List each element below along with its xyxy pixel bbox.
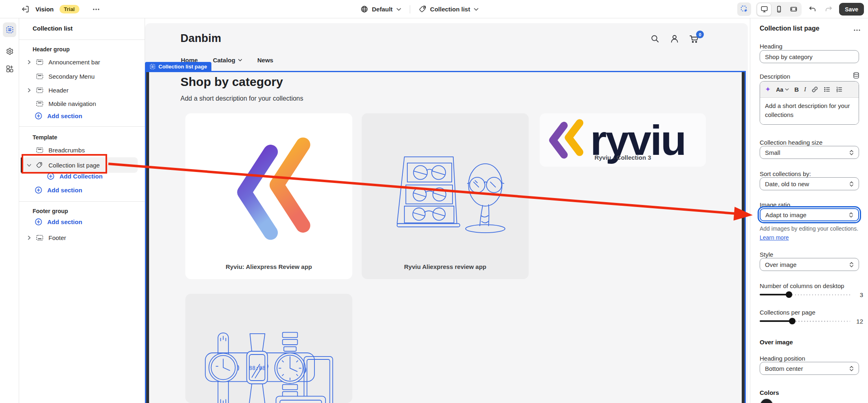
nav-catalog[interactable]: Catalog xyxy=(213,57,242,64)
slider-thumb[interactable] xyxy=(786,291,792,298)
add-section-label: Add section xyxy=(47,187,82,194)
description-editor: ✦ Aa B I Add a short description for you… xyxy=(760,81,859,125)
inspect-toggle-button[interactable] xyxy=(737,2,751,16)
numbered-list-icon xyxy=(836,86,843,93)
panel-title: Collection list page xyxy=(760,25,820,32)
page-selector[interactable]: Collection list xyxy=(419,5,479,13)
panel-more-button[interactable] xyxy=(853,26,861,34)
sidebar-item-label: Breadcrumbs xyxy=(48,147,85,154)
description-textarea[interactable]: Add a short description for your collect… xyxy=(760,98,859,124)
section-tag[interactable]: Collection list page xyxy=(145,62,211,71)
bold-button[interactable]: B xyxy=(794,86,799,93)
add-section-label: Add section xyxy=(47,218,82,225)
ryviu-logo-graphic xyxy=(222,132,316,246)
topbar-divider xyxy=(410,5,410,13)
section-icon xyxy=(36,146,44,154)
stepper-icon xyxy=(849,262,854,268)
bullet-list-button[interactable] xyxy=(824,86,831,93)
sidebar-item-mobile-navigation[interactable]: Mobile navigation xyxy=(23,97,137,110)
collection-card-2[interactable]: Ryviu Aliexpress review app xyxy=(362,113,529,279)
collection-card-1[interactable]: Ryviu: Aliexpress Review app xyxy=(185,113,352,279)
learn-more-link[interactable]: Learn more xyxy=(760,234,789,241)
section-tag-icon xyxy=(149,64,156,70)
sort-collections-select[interactable]: Date, old to new xyxy=(760,177,859,190)
color-swatch[interactable] xyxy=(760,398,774,403)
add-section-button-template[interactable]: Add section xyxy=(35,186,82,194)
over-image-heading: Over image xyxy=(760,339,793,346)
chevron-down-icon[interactable] xyxy=(26,163,32,168)
slider-thumb[interactable] xyxy=(789,318,795,324)
rail-settings-button[interactable] xyxy=(3,44,16,59)
digital-watch-display: 88:88 xyxy=(249,365,266,371)
cart-count-badge: 0 xyxy=(696,31,704,38)
account-icon[interactable] xyxy=(670,34,679,44)
link-button[interactable] xyxy=(811,86,818,93)
collection-card-3[interactable]: ryviu Ryviu - Collection 3 xyxy=(540,113,706,167)
rail-sections-button[interactable] xyxy=(3,22,16,37)
rail-apps-button[interactable] xyxy=(3,62,16,76)
select-value: Small xyxy=(765,149,780,156)
sidebar-item-footer[interactable]: Footer xyxy=(23,231,137,244)
desktop-preview-button[interactable] xyxy=(757,3,771,16)
collection-card-4[interactable]: 88:88 xyxy=(185,294,352,403)
sidebar-item-secondary-menu[interactable]: Secondary Menu xyxy=(23,69,137,83)
chevron-right-icon[interactable] xyxy=(26,235,32,240)
sidebar-item-header[interactable]: Header xyxy=(23,83,137,97)
numbered-list-button[interactable] xyxy=(836,86,843,93)
page-edge-bar-right xyxy=(742,72,745,403)
columns-slider[interactable] xyxy=(760,291,859,298)
nav-news[interactable]: News xyxy=(257,57,273,64)
undo-button[interactable] xyxy=(806,4,818,15)
collection-heading-size-select[interactable]: Small xyxy=(760,146,859,159)
sidebar-item-announcement-bar[interactable]: Announcement bar xyxy=(23,55,137,69)
sidebar-item-collection-list-page[interactable]: Collection list page xyxy=(23,157,138,173)
trial-badge: Trial xyxy=(59,5,79,13)
save-button[interactable]: Save xyxy=(839,3,864,15)
gear-icon xyxy=(6,47,14,55)
per-page-label: Collections per page xyxy=(760,309,815,316)
style-select[interactable]: Over image xyxy=(760,258,859,271)
database-icon xyxy=(853,72,860,79)
mobile-preview-button[interactable] xyxy=(771,3,786,16)
chevron-right-icon[interactable] xyxy=(26,88,32,93)
plus-circle-icon xyxy=(35,218,42,226)
stepper-icon xyxy=(849,150,854,156)
page-edge-bar-left xyxy=(146,72,149,403)
per-page-slider[interactable] xyxy=(760,318,859,324)
add-section-button-footer[interactable]: Add section xyxy=(35,218,82,226)
sidebar-item-label: Header xyxy=(48,87,68,94)
sections-icon xyxy=(6,26,14,34)
settings-panel: Collection list page Heading Description… xyxy=(750,18,868,403)
search-icon[interactable] xyxy=(650,34,660,44)
divider xyxy=(19,201,145,202)
text-style-button[interactable]: Aa xyxy=(776,86,789,93)
cart-button[interactable]: 0 xyxy=(689,34,700,44)
link-icon xyxy=(811,86,818,93)
dynamic-source-button[interactable] xyxy=(853,72,860,79)
sidebar-item-breadcrumbs[interactable]: Breadcrumbs xyxy=(23,143,137,157)
add-section-button-header[interactable]: Add section xyxy=(35,112,82,120)
footer-section-icon xyxy=(36,234,44,242)
italic-button[interactable]: I xyxy=(804,86,806,93)
columns-label: Number of columns on desktop xyxy=(760,282,844,289)
add-collection-button[interactable]: Add Collection xyxy=(47,172,103,180)
ellipsis-icon xyxy=(92,6,100,13)
chevron-down-icon xyxy=(396,8,401,11)
footer-group-label: Footer group xyxy=(33,208,68,214)
fullwidth-preview-button[interactable] xyxy=(786,3,801,16)
topbar-more-button[interactable] xyxy=(92,6,100,13)
richtext-toolbar: ✦ Aa B I xyxy=(760,81,859,98)
ai-sparkle-button[interactable]: ✦ xyxy=(765,86,771,93)
columns-value: 3 xyxy=(860,291,863,298)
image-ratio-select[interactable]: Adapt to image xyxy=(760,208,859,221)
heading-position-select[interactable]: Bottom center xyxy=(760,362,859,375)
chevron-right-icon[interactable] xyxy=(26,59,32,65)
sidebar-item-label: Announcement bar xyxy=(48,59,100,66)
locale-selector[interactable]: Default xyxy=(360,5,401,13)
heading-input[interactable] xyxy=(760,50,859,63)
glasses-illustration xyxy=(376,144,514,236)
image-ratio-label: Image ratio xyxy=(760,201,790,208)
exit-editor-button[interactable] xyxy=(21,5,30,13)
redo-button[interactable] xyxy=(823,4,834,15)
card-title: Ryviu Aliexpress review app xyxy=(362,263,529,270)
